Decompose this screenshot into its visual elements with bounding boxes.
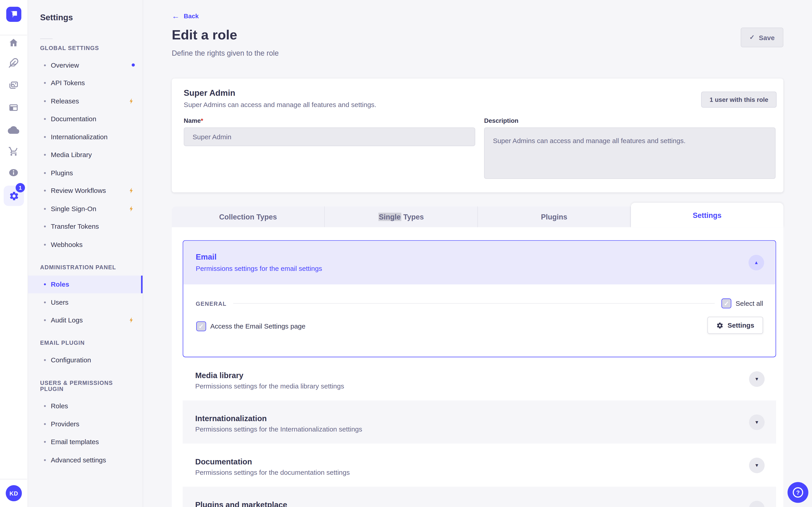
select-all-label: Select all bbox=[735, 299, 763, 307]
marketplace-cart-icon[interactable] bbox=[0, 144, 27, 159]
bullet-icon: • bbox=[44, 280, 46, 288]
chevron-down-icon: ▼ bbox=[755, 377, 759, 382]
lightning-icon bbox=[128, 98, 135, 104]
rail-divider bbox=[0, 479, 27, 479]
users-with-role-button[interactable]: 1 user with this role bbox=[701, 92, 776, 108]
notification-badge: 1 bbox=[15, 183, 25, 192]
tab-single-types[interactable]: Single Types bbox=[325, 207, 478, 227]
sidebar-item-advanced-settings[interactable]: • Advanced settings bbox=[28, 451, 143, 469]
tab-settings-active[interactable]: Settings bbox=[631, 203, 783, 227]
email-accordion-subtitle: Permissions settings for the email setti… bbox=[196, 265, 322, 273]
email-accordion-title: Email bbox=[196, 252, 216, 261]
bullet-icon: • bbox=[44, 151, 46, 159]
help-button[interactable]: ? bbox=[788, 482, 808, 503]
section-label-email-plugin: EMAIL PLUGIN bbox=[40, 340, 130, 346]
expand-button[interactable]: ▼ bbox=[749, 414, 765, 430]
bullet-icon: • bbox=[44, 356, 46, 364]
documentation-accordion-header[interactable]: Documentation Permissions settings for t… bbox=[183, 443, 776, 487]
access-email-settings-checkbox[interactable]: ✓ bbox=[196, 321, 206, 331]
sidebar-item-plugins[interactable]: • Plugins bbox=[28, 164, 143, 182]
save-button[interactable]: ✓ Save bbox=[741, 27, 783, 47]
sidebar-item-overview[interactable]: • Overview bbox=[28, 56, 143, 74]
main-content: ← Back Edit a role Define the rights giv… bbox=[143, 0, 812, 507]
sidebar-item-media-library[interactable]: • Media Library bbox=[28, 146, 143, 164]
email-accordion-body: GENERAL ✓ Select all ✓ Access the Email … bbox=[183, 284, 775, 357]
role-details-card: Super Admin Super Admins can access and … bbox=[172, 78, 783, 192]
sidebar-item-roles-active[interactable]: • Roles bbox=[28, 275, 143, 293]
name-input[interactable]: Super Admin bbox=[184, 127, 475, 146]
plugins-marketplace-accordion-header[interactable]: Plugins and marketplace ▼ bbox=[183, 487, 776, 507]
cloud-icon[interactable] bbox=[0, 123, 27, 137]
content-manager-layout-icon[interactable] bbox=[0, 100, 27, 115]
bullet-icon: • bbox=[44, 420, 46, 428]
question-icon: ? bbox=[793, 487, 803, 498]
content-builder-feather-icon[interactable] bbox=[0, 56, 27, 70]
bullet-icon: • bbox=[44, 241, 46, 248]
sidebar-item-webhooks[interactable]: • Webhooks bbox=[28, 235, 143, 253]
page-title: Edit a role bbox=[172, 27, 237, 43]
selected-text-highlight: Single bbox=[378, 213, 401, 221]
sidebar-item-review-workflows[interactable]: • Review Workflows bbox=[28, 182, 143, 200]
chevron-down-icon: ▼ bbox=[755, 419, 759, 425]
strapi-admin-app: 1 KD Settings GLOBAL SETTINGS • Overview… bbox=[0, 0, 812, 507]
permissions-tabs: Collection Types Single Types Plugins Se… bbox=[172, 207, 783, 227]
user-avatar[interactable]: KD bbox=[6, 485, 22, 501]
check-icon: ✓ bbox=[750, 34, 755, 41]
sidebar-item-audit-logs[interactable]: • Audit Logs bbox=[28, 311, 143, 329]
bullet-icon: • bbox=[44, 187, 46, 195]
email-permissions-accordion: Email Permissions settings for the email… bbox=[183, 240, 776, 357]
expand-button[interactable]: ▼ bbox=[749, 501, 765, 507]
bullet-icon: • bbox=[44, 456, 46, 464]
info-icon[interactable] bbox=[0, 165, 27, 180]
tab-plugins[interactable]: Plugins bbox=[478, 207, 631, 227]
sidebar-item-email-templates[interactable]: • Email templates bbox=[28, 433, 143, 451]
sidebar-item-users[interactable]: • Users bbox=[28, 293, 143, 312]
sidebar-item-providers[interactable]: • Providers bbox=[28, 415, 143, 433]
icon-rail: 1 KD bbox=[0, 0, 28, 507]
sidebar-item-releases[interactable]: • Releases bbox=[28, 92, 143, 110]
sidebar-item-transfer-tokens[interactable]: • Transfer Tokens bbox=[28, 218, 143, 236]
home-icon[interactable] bbox=[0, 36, 27, 50]
bullet-icon: • bbox=[44, 115, 46, 123]
bullet-icon: • bbox=[44, 298, 46, 306]
bullet-icon: • bbox=[44, 79, 46, 87]
sidebar-item-internationalization[interactable]: • Internationalization bbox=[28, 128, 143, 146]
required-asterisk: * bbox=[201, 117, 203, 124]
section-label-global-settings: GLOBAL SETTINGS bbox=[40, 45, 130, 51]
sidebar-item-single-sign-on[interactable]: • Single Sign-On bbox=[28, 200, 143, 218]
settings-sidebar: Settings GLOBAL SETTINGS • Overview • AP… bbox=[28, 0, 143, 507]
sidebar-item-configuration[interactable]: • Configuration bbox=[28, 351, 143, 369]
internationalization-accordion-header[interactable]: Internationalization Permissions setting… bbox=[183, 400, 776, 444]
description-textarea[interactable]: Super Admins can access and manage all f… bbox=[484, 127, 775, 179]
collapse-button[interactable]: ▲ bbox=[748, 255, 764, 270]
bullet-icon: • bbox=[44, 438, 46, 446]
sidebar-item-up-roles[interactable]: • Roles bbox=[28, 397, 143, 415]
arrow-left-icon: ← bbox=[172, 13, 180, 19]
section-label-administration-panel: ADMINISTRATION PANEL bbox=[40, 264, 130, 270]
bullet-icon: • bbox=[44, 169, 46, 177]
general-group-row: GENERAL ✓ Select all bbox=[196, 298, 763, 308]
tab-collection-types[interactable]: Collection Types bbox=[172, 207, 325, 227]
bullet-icon: • bbox=[44, 223, 46, 230]
expand-button[interactable]: ▼ bbox=[749, 371, 765, 387]
select-all-checkbox[interactable]: ✓ bbox=[721, 298, 731, 308]
access-email-settings-label: Access the Email Settings page bbox=[210, 323, 305, 330]
back-link[interactable]: ← Back bbox=[172, 12, 199, 19]
expand-button[interactable]: ▼ bbox=[749, 458, 765, 473]
strapi-logo[interactable] bbox=[6, 7, 21, 22]
email-accordion-header[interactable]: Email Permissions settings for the email… bbox=[183, 241, 775, 284]
sidebar-item-documentation[interactable]: • Documentation bbox=[28, 110, 143, 128]
sidebar-item-api-tokens[interactable]: • API Tokens bbox=[28, 74, 143, 92]
notification-dot-icon bbox=[132, 64, 135, 67]
bullet-icon: • bbox=[44, 61, 46, 69]
chevron-down-icon: ▼ bbox=[755, 506, 759, 507]
group-divider bbox=[234, 303, 715, 303]
media-library-images-icon[interactable] bbox=[0, 78, 27, 93]
email-settings-button[interactable]: Settings bbox=[707, 317, 763, 334]
media-library-accordion-header[interactable]: Media library Permissions settings for t… bbox=[183, 357, 776, 400]
chevron-up-icon: ▲ bbox=[754, 260, 759, 265]
lightning-icon bbox=[128, 205, 135, 212]
section-label-users-permissions-plugin: USERS & PERMISSIONS PLUGIN bbox=[40, 379, 130, 392]
name-field-label: Name* bbox=[184, 117, 203, 124]
settings-permissions-panel: Email Permissions settings for the email… bbox=[172, 227, 783, 507]
